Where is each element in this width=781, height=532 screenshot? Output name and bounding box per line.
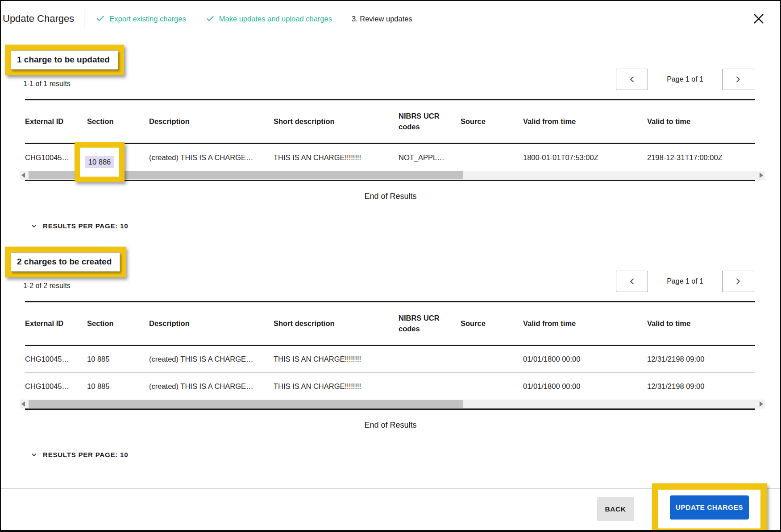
column-header: External ID	[25, 116, 87, 127]
column-header: Valid from time	[523, 318, 647, 329]
arrow-left-icon[interactable]	[21, 401, 25, 407]
column-header: Valid from time	[523, 116, 647, 127]
close-icon[interactable]	[750, 10, 768, 28]
header-divider	[84, 8, 84, 29]
step-label: Make updates and upload charges	[219, 15, 332, 23]
section-heading: 1 charge to be updated	[11, 50, 118, 70]
next-page-button[interactable]	[722, 69, 754, 90]
arrow-right-icon[interactable]	[760, 401, 763, 407]
step-label: 3. Review updates	[352, 15, 412, 23]
column-header: Valid to time	[647, 116, 755, 127]
update-charges-dialog: Update Charges Export existing charges M…	[0, 0, 781, 532]
end-of-results-label: End of Results	[1, 421, 780, 430]
table-cell-valid-from: 1800-01-01T07:53:00Z	[523, 153, 647, 162]
table-cell-valid-to: 12/31/2198 09:00	[647, 382, 755, 391]
column-header: Short description	[274, 116, 399, 127]
created-charges-table: External ID Section Description Short de…	[25, 301, 755, 410]
page-indicator: Page 1 of 1	[667, 277, 703, 285]
horizontal-scrollbar[interactable]	[20, 171, 765, 180]
chevron-left-icon	[627, 276, 637, 286]
scrollbar-thumb[interactable]	[29, 400, 463, 408]
back-button[interactable]: BACK	[597, 497, 634, 521]
table-cell-description: (created) THIS IS A CHARGE…	[149, 355, 274, 363]
check-icon	[96, 14, 105, 23]
section-heading: 2 charges to be created	[11, 252, 120, 272]
table-cell-external-id: CHG10045…	[25, 382, 87, 391]
results-per-page-label: RESULTS PER PAGE: 10	[43, 222, 128, 230]
table-cell-section: 10 885	[87, 382, 149, 391]
column-header: Short description	[274, 318, 399, 329]
end-of-results-label: End of Results	[1, 192, 780, 202]
annotation-highlight-box: 1 charge to be updated	[5, 45, 124, 75]
table-cell-description: (created) THIS IS A CHARGE…	[149, 153, 274, 162]
table-bottom-border	[25, 408, 755, 410]
table-row: CHG10045… 10 885 (created) THIS IS A CHA…	[25, 346, 755, 373]
column-header: NIBRS UCR codes	[399, 111, 461, 132]
column-header: Section	[87, 318, 149, 329]
results-per-page-label: RESULTS PER PAGE: 10	[43, 451, 128, 458]
pagination: Page 1 of 1	[616, 271, 754, 292]
table-row: CHG10045… 10 886 (created) THIS IS A CHA…	[25, 144, 755, 171]
table-cell-nibrs: NOT_APPL…	[399, 153, 461, 162]
chevron-down-icon	[30, 223, 37, 230]
next-page-button[interactable]	[722, 271, 754, 292]
page-indicator: Page 1 of 1	[667, 75, 703, 83]
column-header: Source	[461, 318, 523, 329]
column-header: NIBRS UCR codes	[399, 313, 461, 334]
step-make-updates: Make updates and upload charges	[206, 14, 332, 23]
table-cell-valid-from: 01/01/1800 00:00	[523, 382, 647, 391]
annotation-window: 10 886	[80, 148, 119, 177]
update-charges-button[interactable]: UPDATE CHARGES	[670, 495, 749, 520]
chevron-right-icon	[733, 74, 743, 84]
prev-page-button[interactable]	[616, 69, 648, 90]
annotation-highlight-box: 2 charges to be created	[5, 247, 126, 277]
chevron-down-icon	[30, 451, 37, 458]
arrow-left-icon[interactable]	[21, 173, 25, 178]
column-header: Source	[461, 116, 523, 127]
step-label: Export existing charges	[109, 15, 186, 23]
created-charges-section: 2 charges to be created 1-2 of 2 results…	[1, 247, 780, 458]
updated-charges-table: External ID Section Description Short de…	[25, 99, 755, 181]
results-per-page-control[interactable]: RESULTS PER PAGE: 10	[30, 222, 128, 230]
table-cell-short-description: THIS IS AN CHARGE!!!!!!!!	[274, 382, 399, 391]
check-icon	[206, 14, 215, 23]
annotation-window: UPDATE CHARGES	[658, 490, 760, 528]
pagination: Page 1 of 1	[616, 69, 754, 90]
horizontal-scrollbar[interactable]	[20, 400, 765, 408]
table-cell-valid-from: 01/01/1800 00:00	[523, 355, 647, 363]
prev-page-button[interactable]	[616, 271, 648, 292]
annotation-highlight-box: UPDATE CHARGES	[652, 483, 767, 532]
column-header: Description	[149, 318, 274, 329]
table-row: CHG10045… 10 885 (created) THIS IS A CHA…	[25, 373, 755, 400]
results-per-page-control[interactable]: RESULTS PER PAGE: 10	[30, 451, 128, 458]
table-cell-valid-to: 2198-12-31T17:00:00Z	[647, 153, 755, 162]
table-cell-valid-to: 12/31/2198 09:00	[647, 355, 755, 363]
page-title: Update Charges	[3, 13, 74, 25]
table-cell-short-description: THIS IS AN CHARGE!!!!!!!!	[274, 355, 399, 363]
table-bottom-border	[25, 180, 755, 181]
arrow-right-icon[interactable]	[760, 173, 763, 178]
table-cell-short-description: THIS IS AN CHARGE!!!!!!!!	[274, 153, 399, 162]
annotation-highlight-box: 10 886	[75, 142, 125, 182]
table-cell-section: 10 885	[87, 355, 149, 363]
dialog-header: Update Charges Export existing charges M…	[1, 1, 780, 37]
chevron-left-icon	[627, 74, 637, 84]
table-header-row: External ID Section Description Short de…	[25, 301, 755, 346]
step-review-updates: 3. Review updates	[352, 15, 412, 23]
table-header-row: External ID Section Description Short de…	[25, 99, 755, 144]
step-export-existing-charges: Export existing charges	[96, 14, 186, 23]
column-header: Description	[149, 116, 274, 127]
column-header: Section	[87, 116, 149, 127]
column-header: External ID	[25, 318, 87, 329]
table-cell-external-id: CHG10045…	[25, 355, 87, 363]
column-header: Valid to time	[647, 318, 755, 329]
table-cell-description: (created) THIS IS A CHARGE…	[149, 382, 274, 391]
chevron-right-icon	[733, 276, 743, 286]
highlighted-section-value: 10 886	[85, 156, 114, 168]
updated-charges-section: 1 charge to be updated 1-1 of 1 results …	[1, 45, 780, 230]
